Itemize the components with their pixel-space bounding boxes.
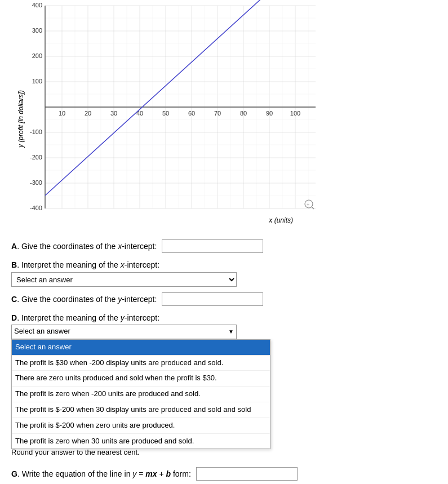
dropdown-option-3[interactable]: The profit is zero when -200 units are p… <box>12 387 270 402</box>
question-d-label: D <box>11 313 17 322</box>
question-c-label: C <box>11 295 17 304</box>
svg-text:60: 60 <box>188 110 195 117</box>
question-b-label: B <box>11 260 17 269</box>
question-c: C. Give the coordinates of the y-interce… <box>11 292 437 306</box>
svg-text:100: 100 <box>32 78 42 85</box>
question-b: B. Interpret the meaning of the x-interc… <box>11 259 437 287</box>
svg-text:400: 400 <box>32 2 42 8</box>
svg-text:-300: -300 <box>30 179 42 186</box>
y-intercept-dropdown-open: Select an answer The profit is $30 when … <box>11 339 270 450</box>
dropdown-option-6[interactable]: The profit is zero when 30 units are pro… <box>12 434 270 449</box>
svg-text:+: + <box>307 202 309 207</box>
question-g-label: G <box>11 469 17 478</box>
question-d: D. Interpret the meaning of the y-interc… <box>11 312 437 458</box>
question-g: G. Write the equation of the line in y =… <box>11 467 437 481</box>
dropdown-option-1[interactable]: The profit is $30 when -200 display unit… <box>12 356 270 371</box>
svg-text:70: 70 <box>214 110 221 117</box>
y-intercept-input[interactable] <box>162 292 263 306</box>
svg-text:30: 30 <box>110 110 117 117</box>
chart-svg: 400 300 200 100 -100 -200 -300 -400 10 2… <box>45 6 316 214</box>
dropdown-option-5[interactable]: The profit is $-200 when zero units are … <box>12 418 270 434</box>
question-a-label: A <box>11 242 17 251</box>
dropdown-arrow-icon: ▼ <box>228 327 234 336</box>
equation-input[interactable] <box>196 467 298 481</box>
x-intercept-meaning-select[interactable]: Select an answer <box>11 272 237 287</box>
y-axis-label: y (profit [in dollars]) <box>17 90 27 180</box>
svg-text:10: 10 <box>59 110 65 117</box>
x-axis-label: x (units) <box>269 216 293 224</box>
dropdown-option-selected[interactable]: Select an answer <box>12 340 270 356</box>
svg-text:100: 100 <box>290 110 300 117</box>
svg-text:-400: -400 <box>30 205 42 211</box>
y-intercept-meaning-select-container[interactable]: Select an answer ▼ <box>11 325 237 339</box>
svg-text:90: 90 <box>266 110 273 117</box>
svg-text:200: 200 <box>32 52 42 59</box>
svg-line-58 <box>45 0 316 196</box>
svg-line-60 <box>312 207 314 209</box>
svg-text:40: 40 <box>136 110 143 117</box>
svg-text:-200: -200 <box>30 154 42 161</box>
svg-text:80: 80 <box>240 110 247 117</box>
svg-text:20: 20 <box>85 110 91 117</box>
x-intercept-input[interactable] <box>162 239 263 253</box>
dropdown-option-4[interactable]: The profit is $-200 when 30 display unit… <box>12 402 270 418</box>
question-a: A. Give the coordinates of the x-interce… <box>11 239 437 253</box>
svg-text:300: 300 <box>32 27 42 34</box>
svg-text:50: 50 <box>162 110 169 117</box>
svg-text:-100: -100 <box>30 128 42 135</box>
dropdown-option-2[interactable]: There are zero units produced and sold w… <box>12 371 270 387</box>
y-intercept-select-value: Select an answer <box>14 326 228 338</box>
